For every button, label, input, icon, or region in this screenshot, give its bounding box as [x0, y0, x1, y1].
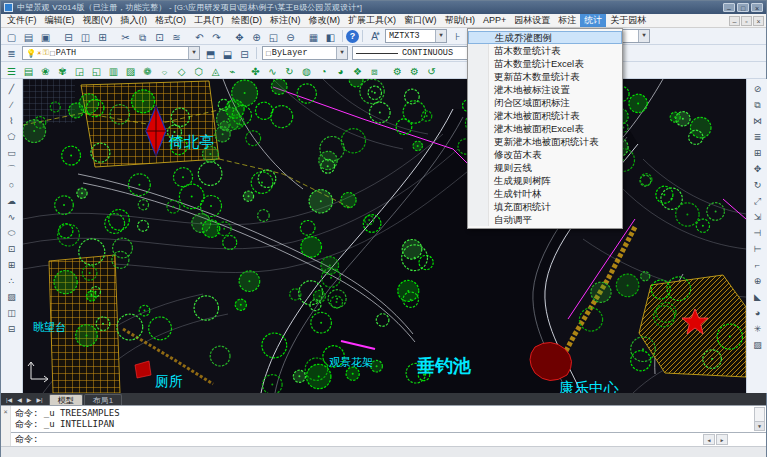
rock-tool-icon[interactable]: ⬡: [190, 64, 207, 79]
erase-icon[interactable]: ⊘: [749, 81, 767, 97]
hedge-tool-icon[interactable]: ▥: [105, 64, 122, 79]
text-style-combo[interactable]: MZTXT3 ▼: [385, 29, 447, 43]
grading-tool-icon[interactable]: ◍: [298, 64, 315, 79]
tab-last-icon[interactable]: ▶|: [34, 396, 44, 403]
tab-model[interactable]: 模型: [49, 394, 83, 405]
layer-properties-icon[interactable]: ≣: [3, 46, 20, 61]
polyline-icon[interactable]: ⌇: [3, 113, 21, 129]
menu-item-tools[interactable]: 工具(T): [190, 14, 228, 27]
save-icon[interactable]: ▣: [37, 30, 54, 45]
stats-menu-item-generate-conifer-forest[interactable]: 生成针叶林: [468, 187, 622, 200]
scroll-right-icon[interactable]: ▶: [716, 434, 728, 445]
menu-item-draw[interactable]: 绘图(D): [228, 14, 267, 27]
stats-menu-item-plant-quantity-excel[interactable]: 苗木数量统计Excel表: [468, 57, 622, 70]
garden-settings-2-icon[interactable]: ⚙: [406, 64, 423, 79]
insert-block-icon[interactable]: ⊡: [3, 241, 21, 257]
tab-first-icon[interactable]: |◀: [4, 396, 14, 403]
circle-icon[interactable]: ○: [3, 177, 21, 193]
slope-tool-icon[interactable]: ✤: [247, 64, 264, 79]
color-combo[interactable]: □ ByLayer ▼: [262, 46, 348, 60]
irrigation-tool-icon[interactable]: ◔: [315, 64, 332, 79]
command-panel-close-icon[interactable]: ×: [1, 406, 11, 446]
fillet-icon[interactable]: ◕: [749, 305, 767, 321]
publish-icon[interactable]: ⊞: [94, 30, 111, 45]
plant-insert-icon[interactable]: ❀: [37, 64, 54, 79]
hatch-edit-icon[interactable]: ▨: [749, 337, 767, 353]
command-input[interactable]: 命令: ◀ ▶: [11, 432, 766, 446]
spline-icon[interactable]: ∿: [3, 209, 21, 225]
maximize-button[interactable]: □: [737, 3, 749, 12]
menu-item-edit[interactable]: 编辑(E): [41, 14, 79, 27]
menu-item-modify[interactable]: 修改(M): [305, 14, 345, 27]
command-scrollbar[interactable]: ▼: [754, 407, 765, 431]
layer-color-swatch[interactable]: □: [50, 49, 55, 58]
array-icon[interactable]: ⊞: [749, 145, 767, 161]
stats-menu-item-update-plant-quantity-table[interactable]: 更新苗木数量统计表: [468, 70, 622, 83]
stats-menu-item-shrub-groundcover-area-excel[interactable]: 灌木地被面积Excel表: [468, 122, 622, 135]
make-block-icon[interactable]: ⊞: [3, 257, 21, 273]
construction-line-icon[interactable]: ∕: [3, 97, 21, 113]
line-icon[interactable]: ╱: [3, 81, 21, 97]
undo-icon[interactable]: ↶: [191, 30, 208, 45]
garden-refresh-icon[interactable]: ↺: [423, 64, 440, 79]
section-tool-icon[interactable]: ⌁: [224, 64, 241, 79]
stats-menu-item-hatch-area-statistics[interactable]: 填充面积统计: [468, 200, 622, 213]
rotate-icon[interactable]: ↻: [749, 177, 767, 193]
drawing-canvas[interactable]: 倚北亭 眺望台 厕所 观景花架 垂钓池 康乐中心: [23, 79, 746, 393]
stats-menu-item-plant-quantity-table[interactable]: 苗木数量统计表: [468, 44, 622, 57]
tab-prev-icon[interactable]: ◀: [15, 396, 24, 403]
path-tool-icon[interactable]: ⌔: [156, 64, 173, 79]
shrub-plan-icon[interactable]: ▤: [20, 64, 37, 79]
revision-cloud-icon[interactable]: ☁: [3, 193, 21, 209]
chevron-down-icon[interactable]: ▼: [336, 47, 347, 59]
stats-menu-item-closed-region-area-label[interactable]: 闭合区域面积标注: [468, 96, 622, 109]
layer-lock-icon[interactable]: ⚿: [43, 48, 49, 58]
rectangle-icon[interactable]: ▭: [3, 145, 21, 161]
offset-icon[interactable]: ≣: [749, 129, 767, 145]
layer-states-icon[interactable]: ⊟: [236, 47, 253, 62]
menu-item-garden-settings[interactable]: 园林设置: [510, 14, 554, 27]
tree-plan-icon[interactable]: ☰: [3, 64, 20, 79]
join-icon[interactable]: ⊕: [749, 273, 767, 289]
tab-next-icon[interactable]: ▶: [25, 396, 34, 403]
copy-icon[interactable]: ⧉: [749, 97, 767, 113]
trim-icon[interactable]: ⊣: [749, 225, 767, 241]
layer-on-icon[interactable]: 💡: [26, 49, 36, 58]
chevron-down-icon[interactable]: ▼: [638, 30, 649, 42]
stats-menu-item-generate-regular-tree-array[interactable]: 生成规则树阵: [468, 174, 622, 187]
region-icon[interactable]: ◫: [3, 305, 21, 321]
scroll-left-icon[interactable]: ◀: [703, 434, 715, 445]
pan-icon[interactable]: ✥: [231, 30, 248, 45]
make-object-layer-current-icon[interactable]: ⬒: [202, 47, 219, 62]
open-icon[interactable]: ▤: [20, 30, 37, 45]
lighting-tool-icon[interactable]: ◕: [332, 64, 349, 79]
dim-style-icon[interactable]: ⊦: [449, 29, 466, 44]
stats-menu-item-rule-cloud-line[interactable]: 规则云线: [468, 161, 622, 174]
chevron-down-icon[interactable]: ▼: [435, 30, 446, 42]
plot-icon[interactable]: ⊟: [60, 30, 77, 45]
stats-menu-item-edit-plant-table[interactable]: 修改苗木表: [468, 148, 622, 161]
layer-freeze-icon[interactable]: ☀: [37, 49, 42, 58]
tab-layout1[interactable]: 布局1: [84, 394, 122, 405]
menu-item-window[interactable]: 窗口(W): [400, 14, 441, 27]
move-icon[interactable]: ✥: [749, 161, 767, 177]
plant-table-icon[interactable]: ◱: [88, 64, 105, 79]
doc-minimize-button[interactable]: –: [729, 16, 740, 26]
break-icon[interactable]: ⌐: [749, 257, 767, 273]
menu-item-about-garden[interactable]: 关于园林: [606, 14, 650, 27]
print-preview-icon[interactable]: ◫: [77, 30, 94, 45]
stats-menu-item-shrub-groundcover-area-table[interactable]: 灌木地被面积统计表: [468, 109, 622, 122]
cut-icon[interactable]: ✂: [117, 30, 134, 45]
menu-item-file[interactable]: 文件(F): [3, 14, 41, 27]
menu-item-express-tools[interactable]: 扩展工具(X): [344, 14, 400, 27]
menu-item-view[interactable]: 视图(V): [79, 14, 117, 27]
menu-item-app-plus[interactable]: APP+: [479, 14, 510, 27]
stats-menu-item-generate-tree-shrub-legend[interactable]: 生成乔灌图例: [468, 31, 622, 44]
water-tool-icon[interactable]: ◇: [173, 64, 190, 79]
doc-restore-button[interactable]: ▫: [741, 16, 752, 26]
menu-item-format[interactable]: 格式(O): [151, 14, 190, 27]
spot-elevation-icon[interactable]: ↻: [281, 64, 298, 79]
stats-menu-item-shrub-groundcover-label-settings[interactable]: 灌木地被标注设置: [468, 83, 622, 96]
redo-icon[interactable]: ↷: [208, 30, 225, 45]
plant-replace-icon[interactable]: ✾: [54, 64, 71, 79]
